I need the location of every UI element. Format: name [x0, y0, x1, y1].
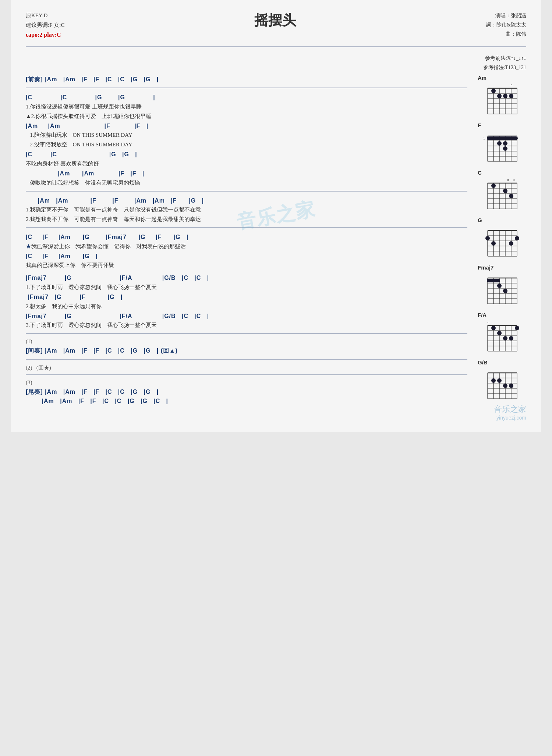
svg-text:o: o — [513, 178, 515, 182]
section-divider-5 — [26, 359, 467, 360]
svg-point-95 — [491, 326, 496, 330]
section-divider-1 — [26, 88, 467, 88]
header: 原KEY:D 建议男调:F 女:C capo:2 play:C 摇摆头 演唱：张… — [26, 11, 526, 40]
svg-point-81 — [503, 289, 507, 293]
singer: 张韶涵 — [511, 13, 526, 18]
prelude-label: [前奏] — [26, 76, 43, 82]
verse1-lyric1a: 1.你很怪没逻辑傻笑很可爱 上班规距你也很早睡 — [26, 102, 467, 111]
verse1-section: |C |C |G |G | 1.你很怪没逻辑傻笑很可爱 上班规距你也很早睡 ▲2… — [26, 93, 467, 187]
chorus-lyric1a: 1.我确定离不开你 可能是有一点神奇 只是你没有钱但我一点都不在意 — [26, 205, 467, 214]
prelude-chords: |Am |Am |F |F |C |C |G |G | — [45, 76, 159, 82]
chord-Am: Am o — [475, 75, 526, 115]
svg-point-48 — [491, 183, 496, 188]
original-key: 原KEY:D — [26, 11, 64, 21]
outro-section: [尾奏] |Am |Am |F |F |C |C |G |G | |Am |Am… — [26, 387, 467, 406]
ending-chord1: |Fmaj7 |G |F/A |G/B |C |C | — [26, 273, 467, 283]
interlude-chords: |Am |Am |F |F |C |C |G |G | (回▲) — [45, 347, 178, 354]
svg-text:o: o — [488, 320, 489, 324]
section-divider-4 — [26, 333, 467, 334]
svg-point-113 — [497, 378, 502, 383]
svg-point-64 — [515, 236, 519, 240]
svg-point-96 — [497, 331, 502, 335]
ending-chord3: |Fmaj7 |G |F/A |G/B |C |C | — [26, 311, 467, 321]
svg-point-33 — [503, 146, 507, 151]
chord-G: G — [475, 217, 526, 258]
svg-point-112 — [491, 378, 496, 383]
header-divider — [26, 46, 526, 47]
svg-point-65 — [491, 241, 496, 246]
svg-point-13 — [491, 89, 496, 93]
outro-line1: [尾奏] |Am |Am |F |F |C |C |G |G | — [26, 387, 467, 397]
ending-chord2: |Fmaj7 |G |F |G | — [26, 292, 467, 302]
svg-point-114 — [503, 384, 507, 388]
verse1-chord3: |C |C |G |G | — [26, 150, 467, 159]
svg-point-99 — [515, 326, 519, 330]
svg-point-15 — [503, 94, 507, 98]
ending-lyric1c: 3.下了场即时雨 透心凉忽然间 我心飞扬一整个夏天 — [26, 321, 467, 329]
prelude-line: [前奏] |Am |Am |F |F |C |C |G |G | — [26, 75, 467, 84]
verse1-lyric4: 傻呶呶的让我好想笑 你没有无聊宅男的烦恼 — [26, 178, 467, 187]
verse1-lyric3: 不吃肉身材好 喜欢所有我的好 — [26, 159, 467, 168]
chord-FA: F/A o — [475, 312, 526, 353]
verse1-lyric2a: 1.陪你游山玩水 ON THIS SUMMER DAY — [26, 131, 467, 139]
interlude-section: [间奏] |Am |Am |F |F |C |C |G |G | (回▲) — [26, 346, 467, 356]
outro-label: [尾奏] — [26, 389, 43, 395]
section-divider-2 — [26, 191, 467, 192]
svg-point-63 — [485, 236, 490, 240]
svg-point-50 — [509, 194, 513, 198]
interlude-line: [间奏] |Am |Am |F |F |C |C |G |G | (回▲) — [26, 346, 467, 356]
header-right: 演唱：张韶涵 詞：陈伟&陈太太 曲：陈伟 — [486, 11, 526, 39]
chorus-section: |Am |Am |F |F |Am |Am |F |G | 1.我确定离不开你 … — [26, 196, 467, 224]
bridge-section: |C |F |Am |G |Fmaj7 |G |F |G | ★我已深深爱上你 … — [26, 232, 467, 270]
outro-line2: |Am |Am |F |F |C |C |G |G |C | — [26, 396, 467, 406]
bridge-chord1: |C |F |Am |G |Fmaj7 |G |F |G | — [26, 232, 467, 242]
chorus-lyric1b: 2.我想我离不开你 可能是有一点神奇 每天和你一起是我最甜美的幸运 — [26, 215, 467, 224]
section-divider-3 — [26, 227, 467, 228]
chord-diagrams: Am o — [475, 75, 526, 410]
verse1-lyric2b: 2.没事陪我放空 ON THIS SUMMER DAY — [26, 140, 467, 149]
header-left: 原KEY:D 建议男调:F 女:C capo:2 play:C — [26, 11, 64, 40]
verse1-chord4: |Am |Am |F |F | — [26, 169, 467, 178]
svg-point-49 — [503, 189, 507, 193]
svg-point-97 — [503, 336, 507, 340]
bridge-chord2: |C |F |Am |G | — [26, 252, 467, 261]
chord-GB: G/B — [475, 359, 526, 400]
svg-text:o: o — [507, 178, 509, 182]
main-content: [前奏] |Am |Am |F |F |C |C |G |G | |C |C |… — [26, 75, 475, 410]
strum-pattern: 参考刷法:X↑↓_↓↑↓ — [483, 54, 526, 63]
verse1-chord1: |C |C |G |G | — [26, 93, 467, 102]
svg-text:o: o — [511, 83, 513, 87]
svg-rect-79 — [487, 279, 500, 282]
section-divider-6 — [26, 374, 467, 375]
music-info: 曲：陈伟 — [486, 29, 526, 39]
svg-point-115 — [509, 384, 513, 388]
svg-rect-30 — [487, 136, 518, 140]
svg-text:1: 1 — [483, 137, 485, 140]
verse1-lyric1b: ▲2.你很乖摇摆头脸红得可爱 上班规距你也很早睡 — [26, 112, 467, 121]
outro-chords1: |Am |Am |F |F |C |C |G |G | — [45, 389, 159, 395]
ending-lyric1a: 1.下了场即时雨 透心凉忽然间 我心飞扬一整个夏天 — [26, 283, 467, 292]
part2: (2) (回★) — [26, 364, 467, 371]
svg-point-66 — [509, 241, 513, 246]
chord-Fmaj7: Fmaj7 — [475, 264, 526, 305]
svg-point-32 — [503, 141, 507, 146]
chord-C: C o o — [475, 170, 526, 210]
ending-section: |Fmaj7 |G |F/A |G/B |C |C | 1.下了场即时雨 透心凉… — [26, 273, 467, 329]
svg-point-16 — [509, 94, 513, 98]
bridge-lyric2: 我真的已深深爱上你 你不要再怀疑 — [26, 261, 467, 270]
prelude-section: [前奏] |Am |Am |F |F |C |C |G |G | — [26, 75, 467, 84]
svg-point-98 — [509, 336, 513, 340]
part1: (1) — [26, 338, 467, 345]
svg-point-14 — [497, 94, 502, 98]
bridge-lyric1: ★我已深深爱上你 我希望你会懂 记得你 对我表白说的那些话 — [26, 242, 467, 251]
lyrics-info: 詞：陈伟&陈太太 — [486, 20, 526, 29]
chorus-chord1: |Am |Am |F |F |Am |Am |F |G | — [26, 196, 467, 206]
svg-point-31 — [497, 141, 502, 146]
song-title: 摇摆头 — [64, 11, 486, 30]
chord-F: F 1 — [475, 122, 526, 163]
strum-info: 参考刷法:X↑↓_↓↑↓ 参考指法:T123_121 — [483, 54, 526, 72]
singer-info: 演唱：张韶涵 — [486, 11, 526, 20]
verse1-chord2: |Am |Am |F |F | — [26, 121, 467, 131]
capo: capo:2 play:C — [26, 30, 64, 40]
svg-point-80 — [497, 284, 502, 288]
